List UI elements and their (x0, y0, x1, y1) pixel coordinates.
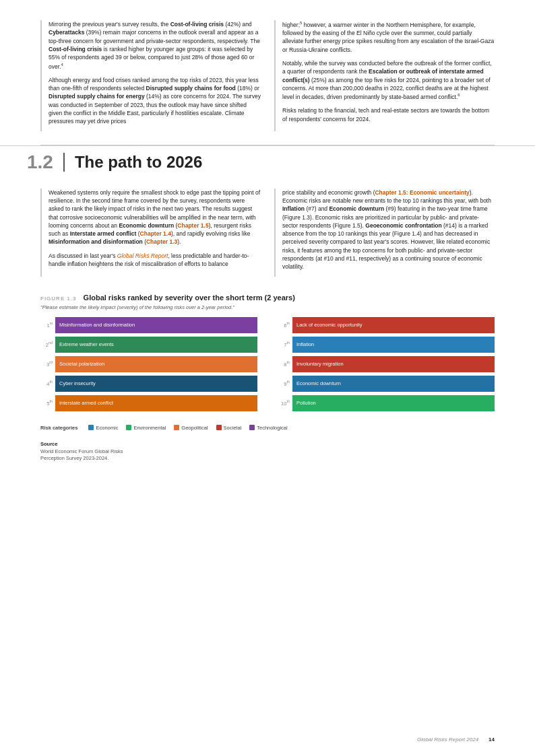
cost-of-living-bold2: Cost-of-living crisis (49, 46, 102, 53)
legend-economic: Economic (88, 425, 118, 431)
legend-environmental-label: Environmental (133, 425, 166, 431)
figure-label: FIGURE 1.3 Global risks ranked by severi… (40, 294, 495, 302)
chapter-1-4-link[interactable]: Chapter 1.4 (140, 230, 171, 237)
legend-label: Risk categories (40, 425, 77, 431)
body-right-p1: price stability and economic growth (Cha… (282, 188, 495, 271)
legend-geopolitical: Geopolitical (174, 425, 208, 431)
cyberattacks-bold: Cyberattacks (49, 29, 84, 36)
bar-economic-opportunity: Lack of economic opportunity (292, 317, 495, 333)
chapter-1-5-link2[interactable]: Chapter 1.5: Economic uncertainty (375, 189, 469, 196)
bar-economic-downturn: Economic downturn (292, 376, 495, 392)
supply-chains-energy: Disrupted supply chains for energy (49, 93, 145, 100)
source-text: World Economic Forum Global RisksPercept… (40, 448, 495, 462)
chapter-1-5-link1[interactable]: Chapter 1.5 (177, 222, 208, 229)
legend-geopolitical-label: Geopolitical (181, 425, 208, 431)
bar-row-7: 7th Inflation (278, 337, 495, 353)
section-header: 1.2 The path to 2026 (0, 145, 535, 178)
footer-title: Global Risks Report 2024 (417, 736, 478, 743)
bar-interstate: Interstate armed conflict (55, 395, 257, 411)
footer-page: 14 (489, 736, 495, 743)
source-label: Source (40, 441, 495, 447)
legend-technological: Technological (249, 425, 287, 431)
bar-pollution: Pollution (292, 395, 495, 411)
figure-title: Global risks ranked by severity over the… (84, 294, 295, 302)
col-left: Mirroring the previous year's survey res… (40, 20, 261, 131)
bar-row-6: 6th Lack of economic opportunity (278, 317, 495, 333)
bar-misinformation: Misinformation and disinformation (55, 317, 257, 333)
bar-row-2: 2nd Extreme weather events (40, 337, 257, 353)
body-right: price stability and economic growth (Cha… (274, 188, 495, 277)
interstate-armed: Escalation or outbreak of interstate arm… (282, 68, 484, 83)
legend-economic-label: Economic (96, 425, 118, 431)
body-left: Weakened systems only require the smalle… (40, 188, 261, 277)
supply-chains-food: Disrupted supply chains for food (146, 85, 236, 92)
chart-right: 6th Lack of economic opportunity 7th Inf… (278, 317, 495, 415)
bar-row-9: 9th Economic downturn (278, 376, 495, 392)
legend-technological-label: Technological (257, 425, 287, 431)
col-right: higher;5 however, a warmer winter in the… (274, 20, 495, 131)
top-right-p1: higher;5 however, a warmer winter in the… (282, 20, 495, 54)
bar-societal: Societal polarization (55, 356, 257, 372)
legend-environmental: Environmental (126, 425, 166, 431)
bar-row-10: 10th Pollution (278, 395, 495, 411)
figure-tag: FIGURE 1.3 (40, 296, 77, 302)
bar-migration: Involuntary migration (292, 356, 495, 372)
top-left-p1: Mirroring the previous year's survey res… (49, 20, 261, 71)
societal-dot (216, 425, 222, 430)
legend-row: Risk categories Economic Environmental G… (40, 425, 495, 431)
source-section: Source World Economic Forum Global Risks… (0, 438, 535, 469)
body-section: Weakened systems only require the smalle… (0, 182, 535, 283)
chapter-1-3-link[interactable]: Chapter 1.3 (146, 238, 177, 245)
body-left-p2: As discussed in last year's Global Risks… (49, 252, 261, 269)
footer: Global Risks Report 2024 14 (417, 736, 495, 743)
bar-row-3: 3rd Societal polarization (40, 356, 257, 372)
global-risks-report-link[interactable]: Global Risks Report (117, 252, 168, 259)
bar-row-5: 5th Interstate armed conflict (40, 395, 257, 411)
figure-subtitle: "Please estimate the likely impact (seve… (40, 304, 495, 310)
bar-row-1: 1st Misinformation and disinformation (40, 317, 257, 333)
body-left-p1: Weakened systems only require the smalle… (49, 188, 261, 246)
chart-container: 1st Misinformation and disinformation 2n… (40, 317, 495, 415)
top-right-p2: Notably, while the survey was conducted … (282, 59, 495, 101)
figure-section: FIGURE 1.3 Global risks ranked by severi… (0, 283, 535, 438)
cost-of-living-bold1: Cost-of-living crisis (170, 21, 224, 28)
legend-societal: Societal (216, 425, 242, 431)
chart-left: 1st Misinformation and disinformation 2n… (40, 317, 257, 415)
bar-cyber: Cyber insecurity (55, 376, 257, 392)
top-section: Mirroring the previous year's survey res… (0, 0, 535, 145)
page: Mirroring the previous year's survey res… (0, 0, 535, 756)
legend-societal-label: Societal (224, 425, 242, 431)
geopolitical-dot (174, 425, 179, 430)
bar-row-4: 4th Cyber insecurity (40, 376, 257, 392)
environmental-dot (126, 425, 131, 430)
bar-inflation: Inflation (292, 337, 495, 353)
top-right-p3: Risks relating to the financial, tech an… (282, 106, 495, 123)
section-title: The path to 2026 (75, 153, 202, 172)
section-number: 1.2 (27, 153, 65, 172)
technological-dot (249, 425, 255, 430)
bar-row-8: 8th Involuntary migration (278, 356, 495, 372)
top-left-p2: Although energy and food crises ranked a… (49, 76, 261, 126)
bar-extreme-weather: Extreme weather events (55, 337, 257, 353)
economic-dot (88, 425, 94, 430)
